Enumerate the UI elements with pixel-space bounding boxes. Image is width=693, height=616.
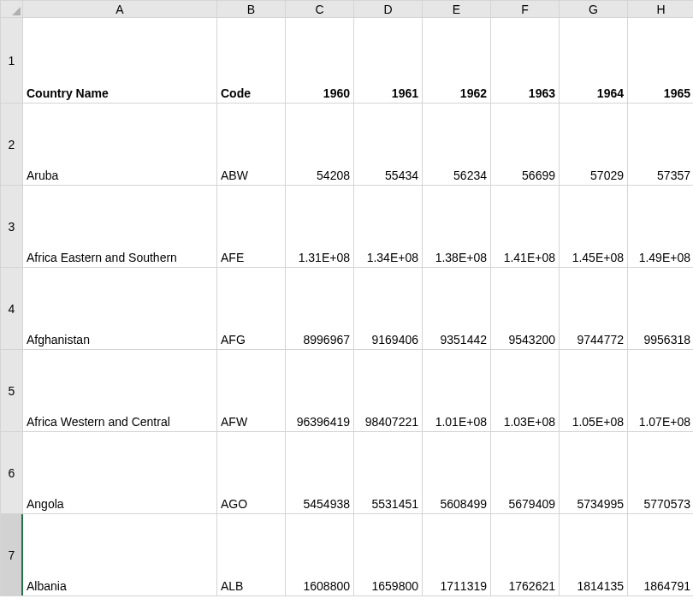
cell-D3[interactable]: 1.34E+08 bbox=[354, 186, 423, 268]
cell-G3[interactable]: 1.45E+08 bbox=[560, 186, 628, 268]
row-header-6[interactable]: 6 bbox=[1, 432, 23, 514]
cell-E3[interactable]: 1.38E+08 bbox=[423, 186, 491, 268]
cell-C3[interactable]: 1.31E+08 bbox=[286, 186, 354, 268]
cell-C7[interactable]: 1608800 bbox=[286, 514, 354, 596]
spreadsheet: A B C D E F G H 1 Country Name Code 1960… bbox=[0, 0, 693, 616]
cell-A6[interactable]: Angola bbox=[23, 432, 217, 514]
col-header-B[interactable]: B bbox=[217, 1, 286, 18]
cell-G2[interactable]: 57029 bbox=[560, 104, 628, 186]
row-header-2[interactable]: 2 bbox=[1, 104, 23, 186]
row-header-4[interactable]: 4 bbox=[1, 268, 23, 350]
cell-C4[interactable]: 8996967 bbox=[286, 268, 354, 350]
cell-E5[interactable]: 1.01E+08 bbox=[423, 350, 491, 432]
col-header-F[interactable]: F bbox=[491, 1, 560, 18]
cell-B3[interactable]: AFE bbox=[217, 186, 286, 268]
cell-A5[interactable]: Africa Western and Central bbox=[23, 350, 217, 432]
cell-text: 56234 bbox=[453, 169, 487, 182]
cell-F2[interactable]: 56699 bbox=[491, 104, 560, 186]
cell-F6[interactable]: 5679409 bbox=[491, 432, 560, 514]
col-header-C[interactable]: C bbox=[286, 1, 354, 18]
select-all-corner[interactable] bbox=[1, 1, 23, 18]
cell-text: 5770573 bbox=[643, 497, 690, 511]
cell-H6[interactable]: 5770573 bbox=[628, 432, 694, 514]
cell-E7[interactable]: 1711319 bbox=[423, 514, 491, 596]
cell-G1[interactable]: 1964 bbox=[560, 18, 628, 104]
cell-F5[interactable]: 1.03E+08 bbox=[491, 350, 560, 432]
cell-C1[interactable]: 1960 bbox=[286, 18, 354, 104]
cell-G7[interactable]: 1814135 bbox=[560, 514, 628, 596]
cell-F3[interactable]: 1.41E+08 bbox=[491, 186, 560, 268]
cell-B1[interactable]: Code bbox=[217, 18, 286, 104]
cell-G6[interactable]: 5734995 bbox=[560, 432, 628, 514]
cell-text: 1.31E+08 bbox=[299, 251, 350, 264]
row-header-3[interactable]: 3 bbox=[1, 186, 23, 268]
cell-text: ALB bbox=[221, 579, 243, 593]
cell-text: 1.01E+08 bbox=[435, 415, 487, 429]
cell-text: 5454938 bbox=[303, 497, 350, 511]
cell-text: 5531451 bbox=[371, 497, 418, 511]
cell-text: 96396419 bbox=[297, 415, 350, 429]
cell-D2[interactable]: 55434 bbox=[354, 104, 423, 186]
cell-F7[interactable]: 1762621 bbox=[491, 514, 560, 596]
cell-A7[interactable]: Albania bbox=[23, 514, 217, 596]
col-header-A[interactable]: A bbox=[23, 1, 217, 18]
cell-H1[interactable]: 1965 bbox=[628, 18, 694, 104]
cell-text: 54208 bbox=[317, 169, 350, 182]
cell-text: 1963 bbox=[529, 86, 555, 100]
cell-text: Country Name bbox=[27, 86, 109, 100]
cell-text: Africa Western and Central bbox=[27, 415, 170, 429]
cell-A2[interactable]: Aruba bbox=[23, 104, 217, 186]
cell-text: AFG bbox=[221, 333, 246, 346]
cell-A1[interactable]: Country Name bbox=[23, 18, 217, 104]
cell-D4[interactable]: 9169406 bbox=[354, 268, 423, 350]
row-header-1[interactable]: 1 bbox=[1, 18, 23, 104]
row-header-7[interactable]: 7 bbox=[1, 514, 23, 596]
cell-H5[interactable]: 1.07E+08 bbox=[628, 350, 694, 432]
col-header-D[interactable]: D bbox=[354, 1, 423, 18]
cell-H3[interactable]: 1.49E+08 bbox=[628, 186, 694, 268]
cell-H4[interactable]: 9956318 bbox=[628, 268, 694, 350]
cell-E1[interactable]: 1962 bbox=[423, 18, 491, 104]
cell-E2[interactable]: 56234 bbox=[423, 104, 491, 186]
cell-G4[interactable]: 9744772 bbox=[560, 268, 628, 350]
col-header-E[interactable]: E bbox=[423, 1, 491, 18]
cell-H2[interactable]: 57357 bbox=[628, 104, 694, 186]
cell-text: 1.05E+08 bbox=[572, 415, 624, 429]
cell-F1[interactable]: 1963 bbox=[491, 18, 560, 104]
cell-B7[interactable]: ALB bbox=[217, 514, 286, 596]
cell-C5[interactable]: 96396419 bbox=[286, 350, 354, 432]
col-header-label: D bbox=[383, 3, 392, 16]
cell-C6[interactable]: 5454938 bbox=[286, 432, 354, 514]
col-header-H[interactable]: H bbox=[628, 1, 694, 18]
cell-B2[interactable]: ABW bbox=[217, 104, 286, 186]
cell-text: 1711319 bbox=[440, 579, 487, 593]
cell-E4[interactable]: 9351442 bbox=[423, 268, 491, 350]
cell-D5[interactable]: 98407221 bbox=[354, 350, 423, 432]
row-header-label: 4 bbox=[1, 302, 22, 316]
cell-D1[interactable]: 1961 bbox=[354, 18, 423, 104]
cell-B6[interactable]: AGO bbox=[217, 432, 286, 514]
cell-G5[interactable]: 1.05E+08 bbox=[560, 350, 628, 432]
cell-B4[interactable]: AFG bbox=[217, 268, 286, 350]
col-header-label: A bbox=[116, 3, 123, 16]
cell-text: 8996967 bbox=[303, 333, 350, 346]
col-header-G[interactable]: G bbox=[560, 1, 628, 18]
cell-text: 9956318 bbox=[643, 333, 690, 346]
cell-A4[interactable]: Afghanistan bbox=[23, 268, 217, 350]
cell-text: Code bbox=[221, 86, 251, 100]
cell-text: Albania bbox=[27, 579, 67, 593]
cell-text: 5608499 bbox=[440, 497, 487, 511]
cell-D7[interactable]: 1659800 bbox=[354, 514, 423, 596]
cell-text: 1.34E+08 bbox=[367, 251, 418, 264]
cell-B5[interactable]: AFW bbox=[217, 350, 286, 432]
cell-H7[interactable]: 1864791 bbox=[628, 514, 694, 596]
row-header-5[interactable]: 5 bbox=[1, 350, 23, 432]
cell-E6[interactable]: 5608499 bbox=[423, 432, 491, 514]
cell-text: 9169406 bbox=[371, 333, 418, 346]
cell-A3[interactable]: Africa Eastern and Southern bbox=[23, 186, 217, 268]
cell-text: 56699 bbox=[522, 169, 555, 182]
cell-F4[interactable]: 9543200 bbox=[491, 268, 560, 350]
cell-text: 1864791 bbox=[643, 579, 690, 593]
cell-D6[interactable]: 5531451 bbox=[354, 432, 423, 514]
cell-C2[interactable]: 54208 bbox=[286, 104, 354, 186]
